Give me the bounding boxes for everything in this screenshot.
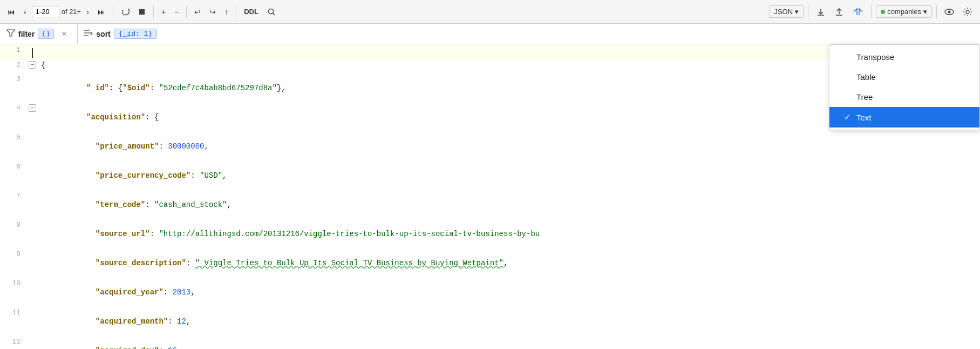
page-range-select[interactable]: 1-20 bbox=[32, 6, 59, 17]
line-number-9: 9 bbox=[0, 249, 26, 260]
svg-rect-1 bbox=[139, 9, 145, 15]
line-content-9[interactable]: "source_description": " Viggle Tries to … bbox=[39, 249, 980, 278]
table-row: 6 "price_currency_code": "USD", bbox=[0, 161, 980, 190]
line-number-4: 4 bbox=[0, 103, 26, 114]
eye-icon bbox=[944, 8, 954, 16]
filter-value[interactable]: {} bbox=[38, 29, 54, 39]
add-button[interactable]: + bbox=[158, 5, 169, 18]
line-content-7[interactable]: "term_code": "cash_and_stock", bbox=[39, 190, 980, 219]
table-row: 5 "price_amount": 30000000, bbox=[0, 132, 980, 161]
view-switch-button[interactable] bbox=[849, 5, 867, 19]
sort-value[interactable]: {_id: 1} bbox=[114, 29, 157, 39]
pagination: 1-20 of 21+ bbox=[32, 6, 81, 17]
sort-section[interactable]: sort {_id: 1} bbox=[78, 24, 164, 44]
line-number-5: 5 bbox=[0, 132, 26, 143]
line-number-6: 6 bbox=[0, 161, 26, 172]
json-value: 12 bbox=[177, 317, 186, 326]
json-value: "http://allthingsd.com/20131216/viggle-t… bbox=[159, 230, 540, 238]
search-button[interactable] bbox=[264, 5, 279, 18]
line-number-10: 10 bbox=[0, 278, 26, 289]
stop-button[interactable] bbox=[135, 6, 149, 18]
json-key: "acquired_day" bbox=[96, 346, 159, 349]
filter-funnel-icon bbox=[6, 29, 15, 37]
line-content-8[interactable]: "source_url": "http://allthingsd.com/201… bbox=[39, 219, 980, 249]
line-gutter-3 bbox=[26, 73, 39, 77]
line-number-2: 2 bbox=[0, 59, 26, 71]
redo-button[interactable]: ↪ bbox=[206, 5, 219, 18]
line-number-1: 1 bbox=[0, 44, 26, 56]
table-row: 11 "acquired_month": 12, bbox=[0, 307, 980, 336]
json-key: "source_description" bbox=[96, 259, 186, 267]
upload-button[interactable]: ↑ bbox=[221, 5, 232, 18]
eye-button[interactable] bbox=[941, 6, 957, 18]
filter-close-button[interactable]: × bbox=[57, 29, 71, 39]
json-value: "USD" bbox=[200, 171, 222, 180]
json-key: "price_amount" bbox=[96, 142, 159, 151]
line-content-12[interactable]: "acquired_day": 16, bbox=[39, 336, 980, 349]
separator-4 bbox=[236, 5, 236, 18]
json-value: 16 bbox=[168, 346, 177, 349]
dropdown-item-tree[interactable]: Tree bbox=[829, 87, 979, 107]
export-button[interactable] bbox=[813, 5, 829, 19]
view-switch-icon bbox=[853, 7, 863, 17]
dropdown-label-table: Table bbox=[856, 72, 876, 82]
table-row: 8 "source_url": "http://allthingsd.com/2… bbox=[0, 219, 980, 249]
first-page-button[interactable]: ⏮ bbox=[4, 5, 18, 18]
dropdown-label-tree: Tree bbox=[856, 92, 873, 102]
prev-page-button[interactable]: ‹ bbox=[21, 5, 30, 18]
companies-label: companies bbox=[887, 8, 921, 16]
json-key: "$oid" bbox=[122, 84, 149, 92]
stop-icon bbox=[138, 8, 146, 16]
table-row: 12 "acquired_day": 16, bbox=[0, 336, 980, 349]
line-number-8: 8 bbox=[0, 219, 26, 231]
json-value: " Viggle Tries to Bulk Up Its Social TV … bbox=[195, 259, 503, 267]
dropdown-item-table[interactable]: Table bbox=[829, 67, 979, 87]
dropdown-label-text: Text bbox=[856, 113, 872, 122]
import-icon bbox=[834, 7, 844, 17]
svg-marker-0 bbox=[122, 10, 124, 12]
check-icon-transpose bbox=[842, 52, 852, 62]
json-key: "acquisition" bbox=[86, 113, 145, 122]
refresh-button[interactable] bbox=[118, 5, 133, 18]
svg-point-10 bbox=[966, 10, 969, 14]
next-page-button[interactable]: › bbox=[83, 5, 92, 18]
check-icon-table bbox=[842, 72, 852, 82]
check-icon-tree bbox=[842, 92, 852, 102]
separator-3 bbox=[186, 5, 187, 18]
line-gutter-4[interactable]: − bbox=[26, 103, 39, 113]
line-content-10[interactable]: "acquired_year": 2013, bbox=[39, 278, 980, 307]
dropdown-item-transpose[interactable]: Transpose bbox=[829, 47, 979, 67]
line-content-5[interactable]: "price_amount": 30000000, bbox=[39, 132, 980, 161]
svg-point-2 bbox=[268, 9, 273, 14]
line-content-6[interactable]: "price_currency_code": "USD", bbox=[39, 161, 980, 190]
dropdown-item-text[interactable]: ✓ Text bbox=[829, 107, 979, 127]
fold-icon-2[interactable]: − bbox=[29, 61, 36, 69]
export-icon bbox=[816, 7, 826, 17]
line-gutter-7 bbox=[26, 190, 39, 193]
line-gutter-2[interactable]: − bbox=[26, 59, 39, 70]
separator-6 bbox=[871, 5, 872, 18]
companies-button[interactable]: companies ▾ bbox=[876, 5, 932, 18]
check-icon-text: ✓ bbox=[842, 112, 852, 122]
settings-button[interactable] bbox=[959, 5, 976, 19]
view-dropdown-menu: Transpose Table Tree ✓ Text bbox=[829, 44, 980, 130]
undo-button[interactable]: ↩ bbox=[191, 5, 204, 18]
separator-5 bbox=[808, 5, 808, 18]
line-gutter-1 bbox=[26, 44, 39, 59]
fold-icon-4[interactable]: − bbox=[29, 104, 36, 112]
sort-lines-icon bbox=[84, 29, 93, 37]
import-button[interactable] bbox=[831, 5, 847, 19]
json-format-button[interactable]: JSON ▾ bbox=[769, 5, 804, 18]
table-row: 7 "term_code": "cash_and_stock", bbox=[0, 190, 980, 219]
last-page-button[interactable]: ⏭ bbox=[94, 5, 108, 18]
filter-section[interactable]: filter {} × bbox=[0, 24, 78, 44]
line-number-3: 3 bbox=[0, 73, 26, 85]
remove-button[interactable]: − bbox=[171, 5, 182, 18]
search-icon bbox=[267, 8, 276, 16]
line-gutter-5 bbox=[26, 132, 39, 135]
line-content-11[interactable]: "acquired_month": 12, bbox=[39, 307, 980, 336]
svg-line-3 bbox=[273, 13, 275, 15]
json-value: "52cdef7c4bab8bd675297d8a" bbox=[159, 84, 276, 92]
gear-icon bbox=[963, 7, 972, 17]
ddl-button[interactable]: DDL bbox=[241, 5, 262, 18]
